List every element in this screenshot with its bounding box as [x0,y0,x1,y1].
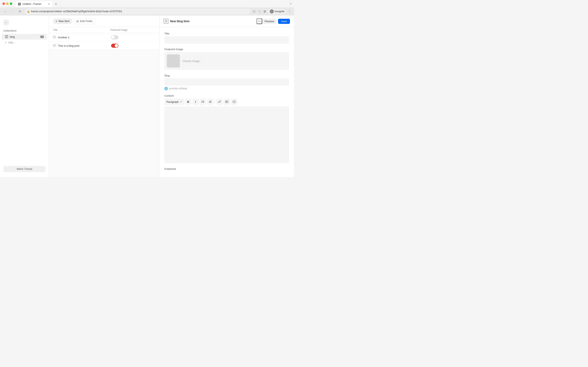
image-picker[interactable]: Choose Image... [164,52,289,70]
panel-body: Title Featured Image Choose Image... Slu… [159,27,294,175]
minimize-window-button[interactable] [6,2,9,5]
sidebar: ← Collections blog 2 + Add... Watch Tuto… [0,16,49,177]
cast-icon[interactable]: ⊡ [252,9,256,13]
row-title: This is a blog post [58,44,111,47]
row-title: Another 1 [58,36,111,39]
title-field-label: Title [164,32,289,35]
collection-table: Title Featured Image Another 1 [49,27,159,177]
title-bar: F Untitled – Framer × + ≡ [0,0,294,7]
right-panel: × New blog Item ··· Preview Save Title F… [159,16,294,177]
ordered-list-button[interactable]: 1.2.3. [207,99,214,105]
panel-close-button[interactable]: × [164,19,168,24]
sidebar-item-blog[interactable]: blog 2 [2,34,47,40]
svg-point-16 [201,102,202,103]
table-row[interactable]: This is a blog post [49,42,159,50]
row-doc-icon [53,36,56,39]
profile-button[interactable]: I Incognito [268,9,286,14]
watch-tutorial-button[interactable]: Watch Tutorial [3,166,45,172]
blog-badge: 2 [40,35,44,38]
col-featured: Featured Image [110,29,155,31]
italic-button[interactable]: I [192,99,199,105]
browser-chrome: F Untitled – Framer × + ≡ ← → ↻ 🔒 framer… [0,0,294,16]
paragraph-label: Paragraph [166,100,179,103]
featured-image-label: Featured Image [164,48,289,51]
panel-title: New blog Item [170,20,256,23]
avatar: I [270,9,274,13]
slug-field-label: Slug [164,74,289,77]
sidebar-add-button[interactable]: + Add... [2,40,47,45]
video-button[interactable] [231,99,237,105]
forward-button: → [10,8,16,14]
toggle-on[interactable] [111,44,118,48]
slug-input[interactable] [164,78,289,86]
svg-point-14 [201,101,202,102]
preview-button[interactable]: Preview [262,19,277,24]
save-button[interactable]: Save [278,19,290,24]
tab-close-button[interactable]: × [48,3,50,6]
bookmark-icon[interactable]: ☆ [258,9,261,13]
edit-fields-label: Edit Fields [80,20,93,23]
row-doc-icon [53,44,56,47]
extensions-icon[interactable]: ⊞ [263,9,267,13]
new-item-button[interactable]: + New Item [53,18,72,24]
lock-icon: 🔒 [27,10,30,13]
table-header: Title Featured Image [49,27,159,33]
content-field-label: Content [164,94,289,97]
content-field-group: Content Paragraph ▼ B I 1.2.3. [164,94,289,163]
sidebar-item-label-blog: blog [10,35,39,38]
browser-tab[interactable]: F Untitled – Framer × [16,1,52,7]
col-title: Title [53,29,110,31]
close-window-button[interactable] [2,2,5,5]
add-icon: + [5,41,7,44]
svg-point-12 [201,101,202,101]
profile-label: Incognito [275,10,285,13]
toggle-off[interactable] [111,35,118,39]
url-bar[interactable]: 🔒 framer.com/projects/Untitled--mZ98oDWa… [25,8,251,14]
slug-hint-text: yoursite.url/blog/ [169,87,187,90]
featured-image-field-group: Featured Image Choose Image... [164,48,289,70]
panel-more-button[interactable]: ··· [256,18,262,24]
address-bar: ← → ↻ 🔒 framer.com/projects/Untitled--mZ… [0,7,294,16]
edit-fields-button[interactable]: ⊟ Edit Fields [74,18,95,24]
row-featured-toggle[interactable] [111,35,118,39]
toolbar-divider [215,100,215,104]
globe-icon: 🌐 [164,87,168,90]
content-toolbar: Paragraph ▼ B I 1.2.3. [164,99,289,105]
fields-icon: ⊟ [76,20,79,23]
back-button[interactable]: ← [2,8,8,14]
published-field-group: Published [164,167,289,170]
reload-button[interactable]: ↻ [17,8,23,14]
image-placeholder [167,54,180,67]
app-layout: ← Collections blog 2 + Add... Watch Tuto… [0,16,294,177]
traffic-lights [2,2,12,5]
link-button[interactable] [216,99,223,105]
table-row[interactable]: Another 1 [49,33,159,42]
address-actions: ⊡ ☆ ⊞ I Incognito ⋮ [252,9,292,14]
sidebar-back-button[interactable]: ← [3,20,9,25]
bold-button[interactable]: B [185,99,191,105]
panel-header: × New blog Item ··· Preview Save [159,16,294,27]
url-text: framer.com/projects/Untitled--mZ98oDWaPJ… [31,10,122,13]
bullet-list-button[interactable] [200,99,206,105]
new-item-label: New Item [58,20,70,23]
tab-favicon: F [18,3,21,6]
choose-image-label: Choose Image... [182,59,202,63]
title-field-group: Title [164,32,289,44]
content-area[interactable] [164,106,289,163]
image-button[interactable] [224,99,230,105]
collection-icon [5,35,8,38]
published-label: Published [164,167,289,170]
browser-menu-button[interactable]: ⋮ [287,9,292,13]
slug-hint: 🌐 yoursite.url/blog/ [164,87,289,90]
svg-text:3.: 3. [209,102,210,103]
sidebar-footer: Watch Tutorial [0,164,49,175]
paragraph-select[interactable]: Paragraph ▼ [164,99,184,105]
main-toolbar: + New Item ⊟ Edit Fields [49,16,159,27]
maximize-window-button[interactable] [10,2,12,5]
slug-field-group: Slug 🌐 yoursite.url/blog/ [164,74,289,90]
new-tab-button[interactable]: + [53,1,59,7]
window-menu-button[interactable]: ≡ [290,2,292,5]
title-input[interactable] [164,36,289,44]
row-featured-toggle[interactable] [111,44,118,48]
plus-icon: + [56,20,57,23]
